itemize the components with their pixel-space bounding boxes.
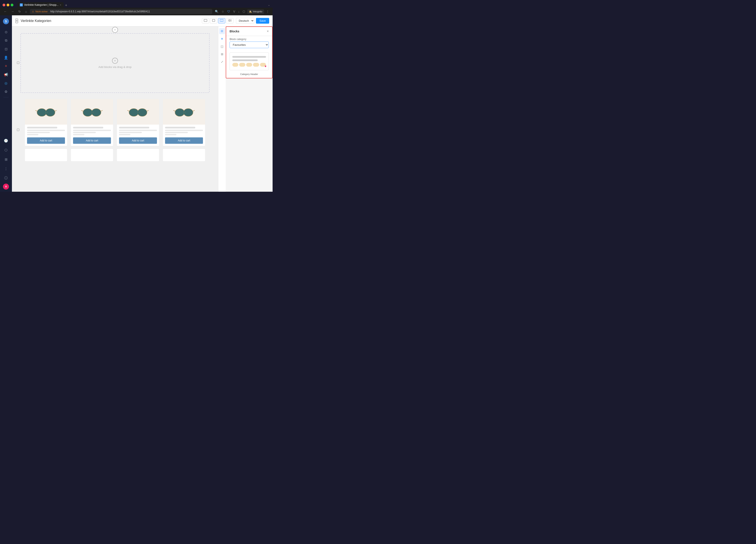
product-section: Add to cart	[20, 95, 210, 166]
product-grid: Add to cart	[25, 99, 205, 146]
sidebar-item-catalogue[interactable]: ⊡	[2, 45, 10, 53]
save-button[interactable]: Save	[256, 18, 269, 24]
tool-layers-button[interactable]: ◫	[219, 43, 225, 49]
address-bar[interactable]: ⚠ Nicht sicher http://shopware-6.6.5.1.w…	[30, 9, 212, 14]
sidebar-item-dashboard[interactable]: ⊙	[2, 28, 10, 36]
traffic-lights	[3, 4, 13, 6]
home-button[interactable]: ⌂	[24, 9, 28, 14]
add-to-cart-button-3[interactable]: Add to cart	[119, 137, 157, 144]
sunglasses-svg-3	[127, 104, 149, 119]
sunglasses-svg-2	[81, 104, 103, 119]
sidebar-item-box[interactable]: ⬡	[2, 146, 10, 154]
reload-button[interactable]: ↻	[17, 9, 22, 14]
add-block-center-button[interactable]: +	[112, 58, 118, 64]
product-desc-4b	[165, 132, 188, 133]
maximize-traffic-light[interactable]	[11, 4, 13, 6]
minimize-traffic-light[interactable]	[7, 4, 9, 6]
add-to-cart-button-1[interactable]: Add to cart	[27, 137, 65, 144]
close-traffic-light[interactable]	[3, 4, 5, 6]
sidebar-item-help[interactable]: ⓘ	[2, 174, 10, 182]
more-icon: ⋮	[4, 167, 8, 171]
product-section-handle[interactable]	[17, 128, 20, 132]
block-category-label: Block category	[226, 36, 272, 42]
forward-button[interactable]: →	[10, 9, 15, 14]
top-add-block-button[interactable]: +	[112, 27, 118, 33]
marketing-icon: 📢	[4, 73, 8, 77]
dashboard-icon: ⊙	[5, 30, 7, 34]
tool-share-button[interactable]: ⤢	[219, 59, 225, 65]
tool-blocks-button[interactable]: ⊞	[219, 51, 225, 57]
sidebar-item-customers[interactable]: 👤	[2, 54, 10, 61]
product-image-1	[25, 99, 67, 125]
preview-line-2	[232, 59, 258, 61]
svg-point-28	[129, 109, 138, 116]
plugins-icon: ◎	[4, 81, 7, 85]
view-controls	[202, 18, 233, 23]
sidebar-item-settings[interactable]: ⚙	[2, 88, 10, 95]
product-image-3	[117, 99, 159, 125]
view-grid-button[interactable]	[226, 18, 233, 23]
preview-chip-3	[246, 63, 252, 67]
sidebar-item-content[interactable]: ⧉	[2, 37, 10, 44]
add-to-cart-button-2[interactable]: Add to cart	[73, 137, 111, 144]
app-logo[interactable]: S	[3, 18, 9, 25]
section-handle[interactable]	[17, 61, 20, 65]
sidebar-item-clock[interactable]: 🕐	[2, 137, 10, 144]
settings-icon: ⚙	[4, 90, 7, 94]
product-image-2	[71, 99, 113, 125]
blocks-panel-close-button[interactable]: ×	[267, 29, 269, 33]
security-label: Nicht sicher	[35, 10, 47, 13]
product-card-2: Add to cart	[71, 99, 113, 146]
tab-close-button[interactable]: ×	[60, 4, 61, 6]
tool-settings-button[interactable]: ⚙	[219, 28, 225, 34]
svg-rect-7	[230, 19, 231, 20]
sidebar: S ⊙ ⧉ ⊡ 👤 ≡ 📢 ◎ ⚙ 🕐	[0, 15, 12, 192]
star-icon[interactable]: ☆	[221, 9, 225, 14]
language-select[interactable]: Deutsch	[236, 18, 254, 24]
extensions-icon[interactable]: ⬡	[242, 9, 246, 14]
clock-icon: 🕐	[4, 139, 8, 143]
sidebar-item-marketing[interactable]: 📢	[2, 71, 10, 78]
add-hint-text: Add blocks via drag & drop	[98, 65, 131, 69]
incognito-button[interactable]: 🕵 Inkognito	[247, 9, 264, 14]
product-desc-2b	[73, 132, 96, 133]
block-category-select[interactable]: Favourites	[230, 42, 269, 48]
menu-icon[interactable]: ⋮	[265, 9, 270, 14]
catalogue-icon: ⊡	[5, 47, 7, 51]
tab-bar: S Verlinkte Kategorien | Shopp... × +	[17, 2, 266, 8]
view-desktop-button[interactable]	[218, 18, 225, 23]
svg-line-33	[193, 110, 195, 111]
svg-line-21	[101, 110, 103, 111]
sunglasses-svg-1	[35, 104, 57, 119]
active-tab[interactable]: S Verlinkte Kategorien | Shopp... ×	[17, 2, 64, 8]
view-mobile-button[interactable]	[202, 18, 209, 23]
search-icon[interactable]: 🔍	[214, 9, 219, 14]
sidebar-item-orders[interactable]: ≡	[2, 62, 10, 70]
product-price-4	[165, 134, 176, 135]
sidebar-item-plugins[interactable]: ◎	[2, 79, 10, 87]
svg-line-15	[55, 110, 57, 111]
view-tablet-button[interactable]	[210, 18, 217, 23]
incognito-icon: 🕵	[249, 10, 252, 13]
block-preview[interactable]: ♥	[230, 52, 269, 70]
sidebar-item-table[interactable]: ⊞	[2, 155, 10, 163]
page-title: Verlinkte Kategorien	[21, 19, 199, 23]
customers-icon: 👤	[4, 56, 8, 60]
add-to-cart-button-4[interactable]: Add to cart	[165, 137, 203, 144]
extension-icon[interactable]: V	[232, 9, 236, 14]
tool-add-button[interactable]: +	[219, 36, 225, 42]
new-tab-button[interactable]: +	[64, 3, 69, 8]
sidebar-item-more[interactable]: ⋮	[2, 165, 10, 173]
product-desc-1a	[27, 130, 65, 131]
header-close-button[interactable]: ×	[15, 19, 18, 23]
svg-point-17	[46, 109, 55, 116]
incognito-label: Inkognito	[253, 10, 262, 13]
back-button[interactable]: ←	[3, 9, 8, 14]
shield-icon[interactable]: 🛡	[226, 9, 231, 14]
avatar[interactable]: A	[3, 184, 9, 190]
partial-card-3	[117, 149, 159, 161]
download-icon[interactable]: ↓	[237, 9, 240, 14]
table-icon: ⊞	[5, 157, 7, 161]
heart-icon: ♥	[265, 65, 266, 68]
orders-icon: ≡	[5, 64, 7, 68]
